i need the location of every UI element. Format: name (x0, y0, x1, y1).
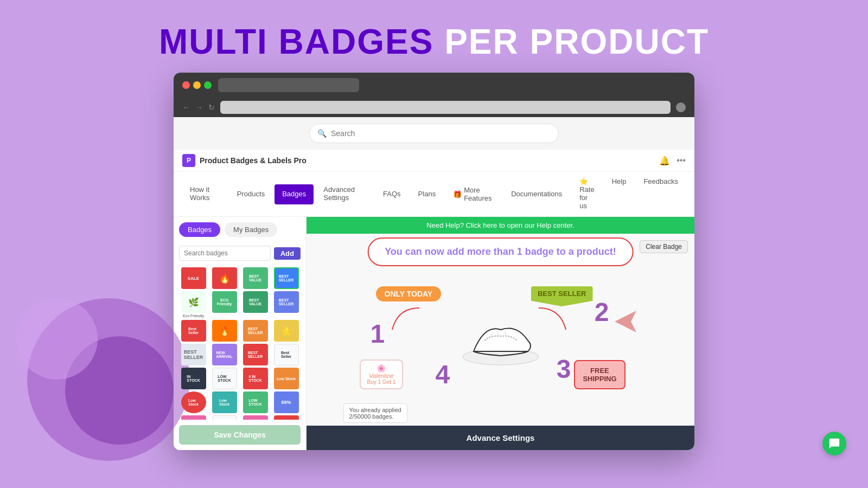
badge-cell: 🌷 (210, 415, 239, 420)
nav-right-tabs: ⭐ Rate for us Help Feedbacks (572, 172, 686, 216)
num-4: 4 (436, 359, 450, 389)
save-changes-button[interactable]: Save Changes (179, 425, 301, 445)
num-3: 3 (557, 354, 571, 384)
tab-advanced-settings[interactable]: Advanced Settings (316, 180, 373, 208)
badge-cell: SALE (241, 415, 270, 420)
badge-item[interactable]: 🔥 (212, 320, 237, 342)
badge-item[interactable]: 🌿 (181, 291, 206, 313)
badge-item[interactable]: ⭐ (274, 320, 299, 342)
badge-item[interactable]: 💕 (181, 415, 206, 420)
sidebar-tab-my-badges[interactable]: My Badges (225, 222, 277, 237)
tab-rate-us[interactable]: ⭐ Rate for us (572, 172, 602, 216)
badge-item[interactable]: 🔥 (212, 267, 237, 289)
title-purple: MULTI BADGES (159, 22, 433, 61)
badge-item[interactable]: 69% (274, 391, 299, 413)
browser-dots (182, 81, 212, 89)
sidebar: Badges My Badges Add SALE 🔥 (174, 217, 307, 450)
browser-menu-btn[interactable] (676, 102, 686, 112)
tab-feedbacks[interactable]: Feedbacks (636, 172, 686, 216)
badge-valentine: 🌸 Valentine Buy 1 Get 1 (360, 359, 404, 389)
badge-cell: LOWSTOCK (241, 391, 270, 413)
badge-item[interactable]: LowStock (212, 391, 237, 413)
badge-preview-area: Clear Badge You can now add more than 1 … (307, 234, 694, 426)
help-banner[interactable]: Need Help? Click here to open our Help c… (307, 217, 694, 234)
bg-circle-3 (16, 298, 98, 380)
sidebar-tab-badges[interactable]: Badges (179, 222, 220, 237)
badge-item[interactable]: BESTSELLER (243, 320, 268, 342)
tab-products[interactable]: Products (229, 184, 272, 204)
badge-cell: INSTOCK (179, 368, 208, 389)
badge-cell: BESTSELLER (241, 344, 270, 365)
badge-cell: ECOFriendly (210, 291, 239, 318)
badge-cell: BestSeller (179, 320, 208, 342)
browser-url-bar (218, 78, 359, 92)
badge-cell: BESTVALUE (241, 291, 270, 318)
arrow-1 (387, 303, 430, 335)
num-1: 1 (371, 319, 385, 349)
svg-marker-1 (615, 311, 636, 332)
arrow-2 (528, 303, 571, 335)
page-title: MULTI BADGES PER PRODUCT (159, 22, 709, 62)
badge-item[interactable]: INSTOCK (181, 368, 206, 389)
badge-item[interactable]: ❤️ (274, 415, 299, 420)
tab-badges[interactable]: Badges (275, 184, 314, 204)
info-box: You can now add more than 1 badge to a p… (367, 237, 634, 266)
badge-item-selected[interactable]: BESTSELLER (274, 267, 299, 289)
notification-icon[interactable]: 🔔 (659, 156, 670, 166)
chat-button[interactable] (822, 432, 846, 455)
badge-item[interactable]: BESTVALUE (243, 291, 268, 313)
badge-cell: NEWARRIVAL (210, 344, 239, 365)
badge-item[interactable]: 4 INSTOCK (243, 368, 268, 389)
tab-more-features[interactable]: 🎁 More Features (445, 181, 501, 208)
app-logo-icon: P (182, 154, 195, 167)
search-input[interactable] (331, 129, 551, 138)
dot-red[interactable] (182, 81, 190, 89)
tab-faqs[interactable]: FAQs (375, 184, 409, 204)
badge-item[interactable]: BestSeller (274, 344, 299, 365)
tab-help[interactable]: Help (604, 172, 634, 216)
badge-item[interactable]: BESTSELLER (181, 344, 206, 365)
badge-search-input[interactable] (179, 246, 271, 261)
browser-chrome (174, 73, 694, 98)
badge-cell: 4 INSTOCK (241, 368, 270, 389)
app-content: 🔍 P Product Badges & Labels Pro 🔔 ••• Ho… (174, 117, 694, 450)
badge-item[interactable]: NEWARRIVAL (212, 344, 237, 365)
badge-item[interactable]: LOWSTOCK (212, 368, 237, 389)
badge-cell: BESTSELLER (241, 320, 270, 342)
forward-arrow[interactable]: → (195, 103, 203, 112)
advance-settings-button[interactable]: Advance Settings (307, 426, 694, 450)
refresh-icon[interactable]: ↻ (208, 103, 215, 112)
tab-documentations[interactable]: Documentations (503, 184, 570, 204)
badge-cell: 🌿 Eco Friendly (179, 291, 208, 318)
badge-item[interactable]: BESTSELLER (274, 291, 299, 313)
address-bar[interactable] (220, 101, 671, 114)
badge-item[interactable]: LowStock (181, 391, 206, 413)
badge-item[interactable]: ECOFriendly (212, 291, 237, 313)
badge-cell: BESTSELLER (272, 267, 301, 289)
badge-item[interactable]: 🌷 (212, 415, 237, 420)
badge-cell: Low Stock (272, 368, 301, 389)
badge-item[interactable]: LOWSTOCK (243, 391, 268, 413)
more-icon[interactable]: ••• (676, 156, 686, 165)
badge-item[interactable]: BestSeller (181, 320, 206, 342)
badge-item[interactable]: SALE (243, 415, 268, 420)
badge-only-today: ONLY TODAY (376, 286, 442, 301)
tab-how-it-works[interactable]: How it Works (182, 180, 227, 208)
illustration-container: You can now add more than 1 badge to a p… (343, 237, 658, 422)
dot-green[interactable] (204, 81, 212, 89)
badge-cell: 💕 (179, 415, 208, 420)
search-bar[interactable]: 🔍 (309, 124, 559, 143)
badge-cell: 69% (272, 391, 301, 413)
badge-item[interactable]: Low Stock (274, 368, 299, 389)
badge-cell: ⭐ (272, 320, 301, 342)
app-logo: P Product Badges & Labels Pro (182, 154, 307, 167)
dot-yellow[interactable] (193, 81, 201, 89)
back-arrow[interactable]: ← (182, 103, 190, 112)
main-layout: Badges My Badges Add SALE 🔥 (174, 217, 694, 450)
badge-item[interactable]: BESTSELLER (243, 344, 268, 365)
add-badge-button[interactable]: Add (274, 247, 301, 260)
badge-item[interactable]: BESTVALUE (243, 267, 268, 289)
sidebar-tabs: Badges My Badges (174, 217, 306, 242)
tab-plans[interactable]: Plans (411, 184, 444, 204)
badge-item[interactable]: SALE (181, 267, 206, 289)
